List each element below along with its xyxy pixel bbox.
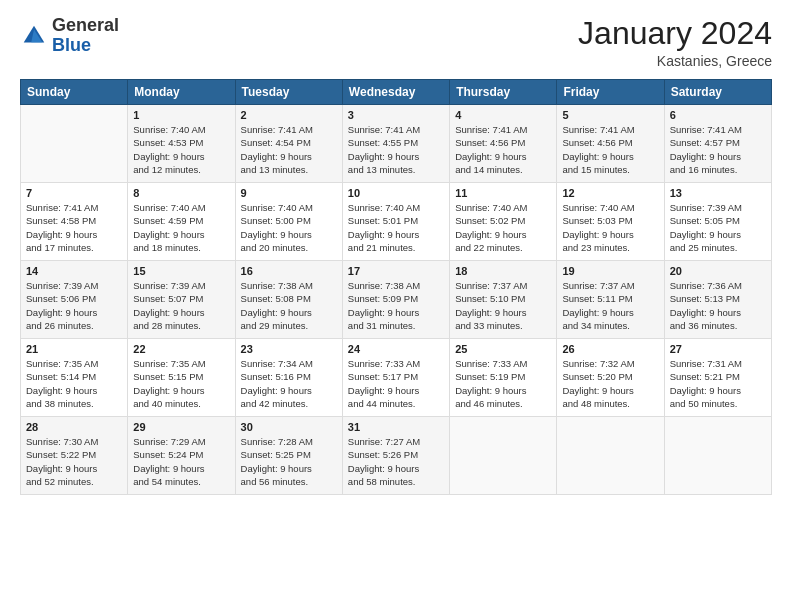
day-info: Sunrise: 7:33 AM Sunset: 5:19 PM Dayligh… bbox=[455, 357, 551, 410]
calendar-cell: 29Sunrise: 7:29 AM Sunset: 5:24 PM Dayli… bbox=[128, 417, 235, 495]
day-info: Sunrise: 7:33 AM Sunset: 5:17 PM Dayligh… bbox=[348, 357, 444, 410]
day-number: 25 bbox=[455, 343, 551, 355]
calendar-cell: 6Sunrise: 7:41 AM Sunset: 4:57 PM Daylig… bbox=[664, 105, 771, 183]
day-info: Sunrise: 7:36 AM Sunset: 5:13 PM Dayligh… bbox=[670, 279, 766, 332]
day-number: 30 bbox=[241, 421, 337, 433]
title-section: January 2024 Kastanies, Greece bbox=[578, 16, 772, 69]
logo-text: General Blue bbox=[52, 16, 119, 56]
day-number: 1 bbox=[133, 109, 229, 121]
calendar-cell bbox=[450, 417, 557, 495]
day-number: 5 bbox=[562, 109, 658, 121]
day-number: 21 bbox=[26, 343, 122, 355]
month-year-title: January 2024 bbox=[578, 16, 772, 51]
calendar-cell: 14Sunrise: 7:39 AM Sunset: 5:06 PM Dayli… bbox=[21, 261, 128, 339]
calendar-cell bbox=[664, 417, 771, 495]
calendar-cell: 26Sunrise: 7:32 AM Sunset: 5:20 PM Dayli… bbox=[557, 339, 664, 417]
day-info: Sunrise: 7:41 AM Sunset: 4:56 PM Dayligh… bbox=[455, 123, 551, 176]
col-saturday: Saturday bbox=[664, 80, 771, 105]
day-number: 31 bbox=[348, 421, 444, 433]
day-number: 24 bbox=[348, 343, 444, 355]
day-number: 10 bbox=[348, 187, 444, 199]
calendar-cell: 22Sunrise: 7:35 AM Sunset: 5:15 PM Dayli… bbox=[128, 339, 235, 417]
calendar-cell: 8Sunrise: 7:40 AM Sunset: 4:59 PM Daylig… bbox=[128, 183, 235, 261]
calendar-cell: 7Sunrise: 7:41 AM Sunset: 4:58 PM Daylig… bbox=[21, 183, 128, 261]
day-number: 11 bbox=[455, 187, 551, 199]
day-info: Sunrise: 7:40 AM Sunset: 4:59 PM Dayligh… bbox=[133, 201, 229, 254]
day-number: 6 bbox=[670, 109, 766, 121]
calendar-cell: 30Sunrise: 7:28 AM Sunset: 5:25 PM Dayli… bbox=[235, 417, 342, 495]
day-number: 2 bbox=[241, 109, 337, 121]
calendar-cell: 13Sunrise: 7:39 AM Sunset: 5:05 PM Dayli… bbox=[664, 183, 771, 261]
day-info: Sunrise: 7:39 AM Sunset: 5:05 PM Dayligh… bbox=[670, 201, 766, 254]
day-number: 3 bbox=[348, 109, 444, 121]
day-info: Sunrise: 7:38 AM Sunset: 5:08 PM Dayligh… bbox=[241, 279, 337, 332]
day-number: 15 bbox=[133, 265, 229, 277]
day-info: Sunrise: 7:27 AM Sunset: 5:26 PM Dayligh… bbox=[348, 435, 444, 488]
calendar-week-row: 7Sunrise: 7:41 AM Sunset: 4:58 PM Daylig… bbox=[21, 183, 772, 261]
calendar-cell: 27Sunrise: 7:31 AM Sunset: 5:21 PM Dayli… bbox=[664, 339, 771, 417]
day-number: 27 bbox=[670, 343, 766, 355]
day-info: Sunrise: 7:29 AM Sunset: 5:24 PM Dayligh… bbox=[133, 435, 229, 488]
day-info: Sunrise: 7:39 AM Sunset: 5:07 PM Dayligh… bbox=[133, 279, 229, 332]
day-number: 12 bbox=[562, 187, 658, 199]
col-wednesday: Wednesday bbox=[342, 80, 449, 105]
logo: General Blue bbox=[20, 16, 119, 56]
day-number: 4 bbox=[455, 109, 551, 121]
calendar-cell bbox=[21, 105, 128, 183]
calendar-cell: 12Sunrise: 7:40 AM Sunset: 5:03 PM Dayli… bbox=[557, 183, 664, 261]
page-header: General Blue January 2024 Kastanies, Gre… bbox=[20, 16, 772, 69]
day-info: Sunrise: 7:35 AM Sunset: 5:15 PM Dayligh… bbox=[133, 357, 229, 410]
day-info: Sunrise: 7:37 AM Sunset: 5:10 PM Dayligh… bbox=[455, 279, 551, 332]
day-number: 28 bbox=[26, 421, 122, 433]
day-info: Sunrise: 7:37 AM Sunset: 5:11 PM Dayligh… bbox=[562, 279, 658, 332]
day-info: Sunrise: 7:41 AM Sunset: 4:58 PM Dayligh… bbox=[26, 201, 122, 254]
calendar-cell: 31Sunrise: 7:27 AM Sunset: 5:26 PM Dayli… bbox=[342, 417, 449, 495]
day-info: Sunrise: 7:35 AM Sunset: 5:14 PM Dayligh… bbox=[26, 357, 122, 410]
calendar-cell: 11Sunrise: 7:40 AM Sunset: 5:02 PM Dayli… bbox=[450, 183, 557, 261]
day-number: 26 bbox=[562, 343, 658, 355]
calendar-cell: 20Sunrise: 7:36 AM Sunset: 5:13 PM Dayli… bbox=[664, 261, 771, 339]
logo-blue: Blue bbox=[52, 35, 91, 55]
col-sunday: Sunday bbox=[21, 80, 128, 105]
calendar-cell: 10Sunrise: 7:40 AM Sunset: 5:01 PM Dayli… bbox=[342, 183, 449, 261]
day-number: 18 bbox=[455, 265, 551, 277]
header-row: Sunday Monday Tuesday Wednesday Thursday… bbox=[21, 80, 772, 105]
calendar-week-row: 1Sunrise: 7:40 AM Sunset: 4:53 PM Daylig… bbox=[21, 105, 772, 183]
day-number: 29 bbox=[133, 421, 229, 433]
day-number: 7 bbox=[26, 187, 122, 199]
day-info: Sunrise: 7:28 AM Sunset: 5:25 PM Dayligh… bbox=[241, 435, 337, 488]
day-number: 22 bbox=[133, 343, 229, 355]
day-number: 14 bbox=[26, 265, 122, 277]
day-number: 9 bbox=[241, 187, 337, 199]
calendar-cell: 1Sunrise: 7:40 AM Sunset: 4:53 PM Daylig… bbox=[128, 105, 235, 183]
calendar-cell: 19Sunrise: 7:37 AM Sunset: 5:11 PM Dayli… bbox=[557, 261, 664, 339]
day-info: Sunrise: 7:40 AM Sunset: 4:53 PM Dayligh… bbox=[133, 123, 229, 176]
calendar-cell: 28Sunrise: 7:30 AM Sunset: 5:22 PM Dayli… bbox=[21, 417, 128, 495]
calendar-cell: 9Sunrise: 7:40 AM Sunset: 5:00 PM Daylig… bbox=[235, 183, 342, 261]
day-number: 17 bbox=[348, 265, 444, 277]
location-subtitle: Kastanies, Greece bbox=[578, 53, 772, 69]
day-info: Sunrise: 7:31 AM Sunset: 5:21 PM Dayligh… bbox=[670, 357, 766, 410]
day-info: Sunrise: 7:41 AM Sunset: 4:57 PM Dayligh… bbox=[670, 123, 766, 176]
calendar-cell: 16Sunrise: 7:38 AM Sunset: 5:08 PM Dayli… bbox=[235, 261, 342, 339]
day-number: 19 bbox=[562, 265, 658, 277]
calendar-week-row: 28Sunrise: 7:30 AM Sunset: 5:22 PM Dayli… bbox=[21, 417, 772, 495]
day-info: Sunrise: 7:40 AM Sunset: 5:01 PM Dayligh… bbox=[348, 201, 444, 254]
col-friday: Friday bbox=[557, 80, 664, 105]
day-number: 8 bbox=[133, 187, 229, 199]
day-number: 20 bbox=[670, 265, 766, 277]
col-tuesday: Tuesday bbox=[235, 80, 342, 105]
calendar-cell: 25Sunrise: 7:33 AM Sunset: 5:19 PM Dayli… bbox=[450, 339, 557, 417]
day-info: Sunrise: 7:30 AM Sunset: 5:22 PM Dayligh… bbox=[26, 435, 122, 488]
calendar-cell: 5Sunrise: 7:41 AM Sunset: 4:56 PM Daylig… bbox=[557, 105, 664, 183]
calendar-page: General Blue January 2024 Kastanies, Gre… bbox=[0, 0, 792, 612]
col-thursday: Thursday bbox=[450, 80, 557, 105]
calendar-cell bbox=[557, 417, 664, 495]
calendar-cell: 2Sunrise: 7:41 AM Sunset: 4:54 PM Daylig… bbox=[235, 105, 342, 183]
day-info: Sunrise: 7:40 AM Sunset: 5:03 PM Dayligh… bbox=[562, 201, 658, 254]
calendar-cell: 24Sunrise: 7:33 AM Sunset: 5:17 PM Dayli… bbox=[342, 339, 449, 417]
day-info: Sunrise: 7:32 AM Sunset: 5:20 PM Dayligh… bbox=[562, 357, 658, 410]
day-number: 13 bbox=[670, 187, 766, 199]
day-number: 23 bbox=[241, 343, 337, 355]
day-info: Sunrise: 7:38 AM Sunset: 5:09 PM Dayligh… bbox=[348, 279, 444, 332]
